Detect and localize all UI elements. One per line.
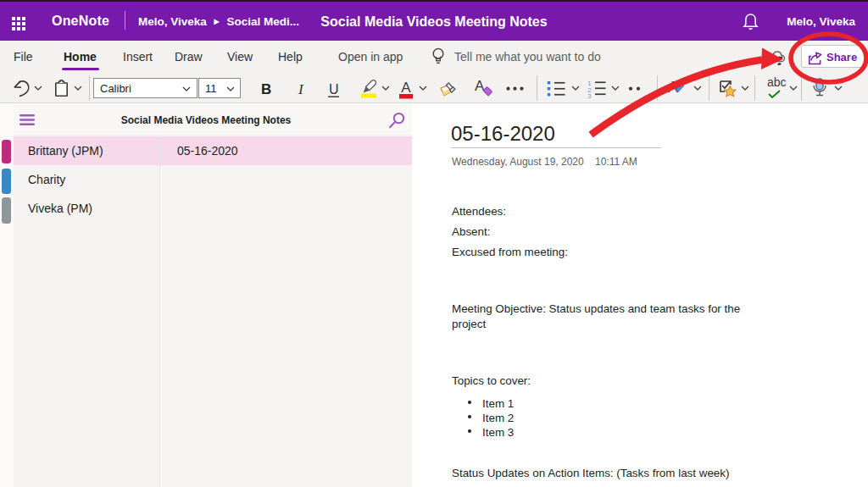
svg-text:B: B <box>261 81 271 97</box>
svg-text:A: A <box>401 80 411 96</box>
svg-text:U: U <box>329 82 339 97</box>
svg-text:I: I <box>298 81 304 97</box>
svg-text:3: 3 <box>587 92 592 99</box>
svg-text:A: A <box>475 78 485 94</box>
svg-text:abc: abc <box>767 75 787 89</box>
svg-text:A: A <box>668 79 678 96</box>
